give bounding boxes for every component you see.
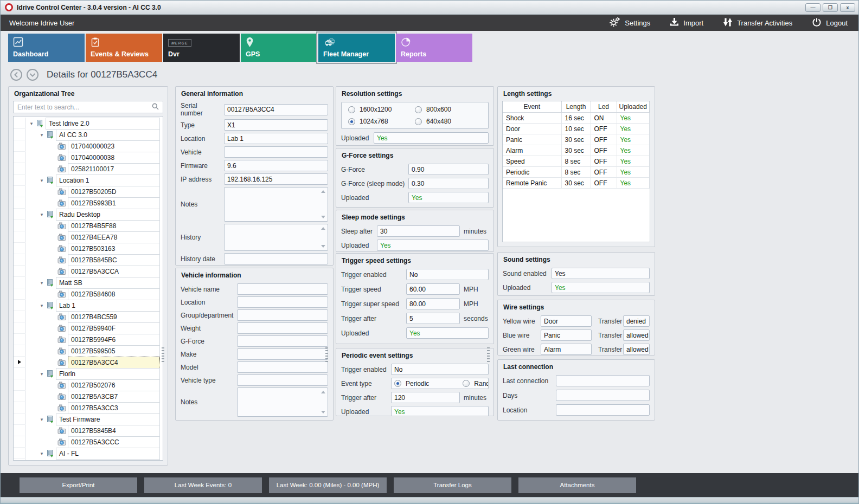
radio-option-1024x768[interactable]: 1024x768 (348, 118, 415, 125)
group-department-field[interactable] (237, 309, 328, 321)
table-row-shock[interactable]: Shock16 secONYes (503, 113, 650, 124)
make-field[interactable] (237, 348, 328, 360)
scroll-up-icon[interactable] (321, 227, 325, 230)
radio-option-800x600[interactable]: 800x600 (415, 106, 482, 113)
uploaded-field[interactable]: Yes (374, 132, 489, 144)
radio-icon[interactable] (348, 118, 355, 125)
tree-item-label[interactable]: 00127B5994F6 (68, 334, 160, 346)
tab-fleet[interactable]: Fleet Manager (318, 34, 395, 62)
splitter-handle[interactable] (325, 347, 328, 364)
transfer-button[interactable]: Transfer Activities (723, 17, 792, 29)
radio-icon[interactable] (415, 106, 422, 113)
expander-icon[interactable]: ▾ (38, 178, 46, 183)
radio-icon[interactable] (463, 380, 470, 387)
tree-item-label[interactable]: 017040000038 (68, 152, 160, 164)
tree-item-label[interactable]: 00127B584608 (68, 288, 160, 300)
g-force-field[interactable] (237, 335, 328, 347)
tree-item-00127b5845b4[interactable]: 00127B5845B4 (14, 425, 163, 436)
notes-textarea[interactable] (237, 387, 328, 417)
column-header-event[interactable]: Event (503, 101, 561, 113)
uploaded-field[interactable]: Yes (408, 192, 489, 203)
trigger-after-field[interactable]: 5 (406, 313, 460, 324)
tree-item-label[interactable]: 025821100017 (68, 163, 160, 175)
tree-item-label[interactable]: 00127B4EEA78 (68, 231, 160, 243)
transfer-value-field[interactable]: allowed (623, 329, 650, 341)
tree-item-ai-fl[interactable]: ▾AI - FL (14, 448, 163, 459)
radio-option-1600x1200[interactable]: 1600x1200 (348, 106, 415, 113)
tree-item-00127b584608[interactable]: 00127B584608 (14, 288, 163, 300)
table-row-alarm[interactable]: Alarm30 secOFFYes (503, 145, 650, 156)
minimize-button[interactable]: — (805, 3, 820, 12)
wire-event-field[interactable]: Panic (541, 329, 592, 341)
expander-icon[interactable]: ▾ (38, 451, 46, 456)
tree-item-label[interactable]: 00127B5A3CCC (68, 436, 160, 448)
tree-item-025821100017[interactable]: 025821100017 (14, 163, 163, 175)
transfer-logs-button[interactable]: Transfer Logs (394, 477, 511, 493)
firmware-field[interactable]: 9.6 (224, 160, 328, 171)
radio-icon[interactable] (348, 106, 355, 113)
tree-item-label[interactable]: Test Idrive 2.0 (46, 118, 160, 130)
tree-item-label[interactable]: 00127B5845BC (68, 254, 160, 266)
scroll-down-icon[interactable] (321, 411, 325, 413)
expander-icon[interactable]: ▾ (38, 417, 46, 422)
tree-item-matt-sb[interactable]: ▾Matt SB (14, 277, 163, 288)
tree-item-florin[interactable]: ▾Florin (14, 368, 163, 379)
uploaded-field[interactable]: Yes (391, 406, 489, 416)
sleep-after-field[interactable]: 30 (377, 225, 460, 237)
model-field[interactable] (237, 361, 328, 373)
expander-icon[interactable]: ▾ (38, 212, 46, 217)
tree-item-label[interactable]: Florin (56, 368, 160, 380)
uploaded-field[interactable]: Yes (377, 240, 489, 251)
tree-item-test-firmware[interactable]: ▾Test Firmware (14, 413, 163, 425)
radio-icon[interactable] (415, 118, 422, 125)
scroll-up-icon[interactable] (321, 190, 325, 193)
wire-event-field[interactable]: Alarm (541, 344, 592, 355)
tree-item-00127b5993b1[interactable]: 00127B5993B1 (14, 197, 163, 209)
column-header-led[interactable]: Led (591, 101, 617, 113)
tree-item-00127b4eea78[interactable]: 00127B4EEA78 (14, 231, 163, 243)
tree-item-label[interactable]: 00127B5A3CCA (68, 266, 160, 277)
tree-item-lab-1[interactable]: ▾Lab 1 (14, 300, 163, 311)
vehicle-name-field[interactable] (237, 283, 328, 295)
type-field[interactable]: X1 (224, 119, 328, 131)
import-button[interactable]: Import (670, 17, 703, 29)
tab-reports[interactable]: Reports (396, 34, 472, 62)
uploaded-field[interactable]: Yes (406, 327, 489, 339)
tree-item-00127b4b5f88[interactable]: 00127B4B5F88 (14, 220, 163, 231)
tree-item-label[interactable]: 017040000037 (68, 459, 160, 461)
vehicle-type-field[interactable] (237, 374, 328, 386)
expander-icon[interactable]: ▾ (38, 280, 46, 286)
tree-item-00127b59940f[interactable]: 00127B59940F (14, 322, 163, 334)
tree-item-label[interactable]: 00127B5A3CB7 (68, 391, 160, 403)
wire-event-field[interactable]: Door (541, 315, 592, 327)
tree-item-label[interactable]: Matt SB (56, 277, 160, 289)
tree-item-00127b5a3cb7[interactable]: 00127B5A3CB7 (14, 391, 163, 402)
radio-icon[interactable] (394, 380, 401, 387)
serial-number-field[interactable]: 00127B5A3CC4 (224, 104, 328, 115)
search-input[interactable] (17, 104, 152, 111)
settings-button[interactable]: Settings (609, 17, 650, 29)
column-header-uploaded[interactable]: Uploaded (617, 101, 650, 113)
tree-item-label[interactable]: Lab 1 (56, 300, 160, 312)
tree-item-00127b5845bc[interactable]: 00127B5845BC (14, 254, 163, 266)
scroll-up-icon[interactable] (321, 391, 325, 393)
expander-icon[interactable]: ▾ (38, 132, 46, 138)
last-week-button[interactable]: Last Week: 0.00 (Miles) - 0.00 (MPH) (269, 477, 387, 493)
tree-item-00127b5a3cc4[interactable]: 00127B5A3CC4 (14, 357, 163, 368)
tree-item-017040000037[interactable]: 017040000037 (14, 459, 163, 461)
tree-item-label[interactable]: Radu Desktop (56, 209, 160, 221)
tab-dashboard[interactable]: Dashboard (8, 34, 85, 62)
splitter-handle[interactable] (162, 347, 164, 364)
logout-button[interactable]: Logout (812, 17, 848, 29)
last-connection-field[interactable] (556, 375, 650, 386)
table-row-door[interactable]: Door10 secOFFYes (503, 124, 650, 134)
table-row-periodic[interactable]: Periodic8 secOFFYes (503, 167, 650, 178)
days-field[interactable] (556, 390, 650, 401)
tree-item-label[interactable]: 00127B5845B4 (68, 425, 160, 437)
attachments-button[interactable]: Attachments (518, 477, 636, 493)
tab-gps[interactable]: GPS (241, 34, 317, 62)
notes-textarea[interactable] (224, 187, 328, 222)
tree-item-label[interactable]: 00127B4BC559 (68, 311, 160, 323)
transfer-value-field[interactable]: allowed (623, 344, 650, 355)
expander-icon[interactable]: ▾ (38, 303, 46, 308)
